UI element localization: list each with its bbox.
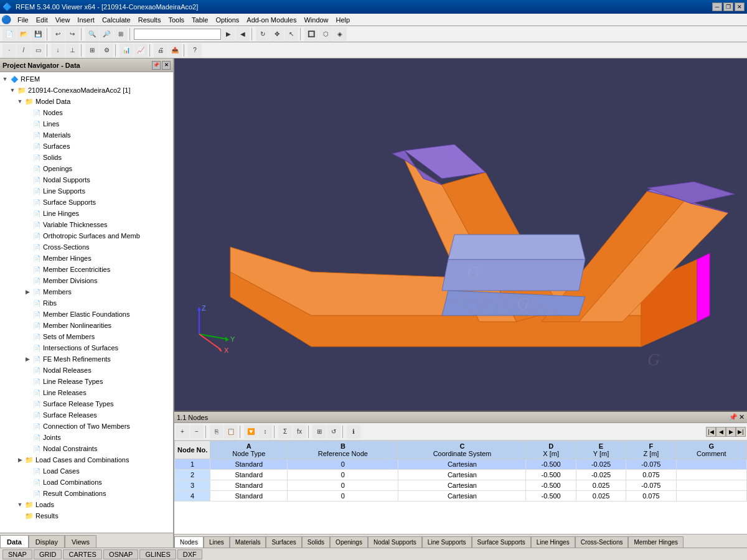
tree-expand-34[interactable] xyxy=(24,490,31,497)
expand-model-data[interactable]: ▼ xyxy=(16,98,24,105)
support-btn[interactable]: ⊥ xyxy=(65,44,79,57)
open-button[interactable]: 📂 xyxy=(17,27,31,41)
tree-expand-3[interactable] xyxy=(24,142,31,150)
cell-2-0[interactable]: 3 xyxy=(175,480,210,491)
cell-0-5[interactable]: -0.025 xyxy=(576,459,626,470)
tree-expand-5[interactable] xyxy=(24,165,31,172)
tree-expand-9[interactable] xyxy=(24,210,31,217)
nav-tab-display[interactable]: Display xyxy=(29,535,65,548)
cell-1-4[interactable]: -0.500 xyxy=(526,470,576,480)
load-btn[interactable]: ↓ xyxy=(51,44,65,57)
zoom-out-button[interactable]: 🔎 xyxy=(100,27,113,41)
3d-view[interactable]: G G G Z Y X xyxy=(174,58,747,411)
restore-button[interactable]: ❐ xyxy=(723,2,733,11)
help-btn[interactable]: ? xyxy=(188,44,202,57)
tree-expand-33[interactable] xyxy=(24,478,31,486)
tree-expand-19[interactable] xyxy=(24,322,31,329)
menu-item-options[interactable]: Options xyxy=(212,15,243,25)
select-button[interactable]: ↖ xyxy=(284,27,298,41)
export-btn[interactable]: 📤 xyxy=(168,44,182,57)
cell-0-4[interactable]: -0.500 xyxy=(526,459,576,470)
menu-item-table[interactable]: Table xyxy=(188,15,212,25)
pan-button[interactable]: ✥ xyxy=(270,27,284,41)
tree-item-29[interactable]: 📄Joints xyxy=(0,432,173,443)
tree-expand-10[interactable] xyxy=(24,221,31,228)
tree-item-28[interactable]: 📄Connection of Two Members xyxy=(0,421,173,432)
cell-2-5[interactable]: 0.025 xyxy=(576,480,626,491)
tree-item-32[interactable]: 📄Load Cases xyxy=(0,465,173,477)
menu-item-window[interactable]: Window xyxy=(300,15,332,25)
expand-rfem[interactable]: ▼ xyxy=(1,75,9,83)
save-button[interactable]: 💾 xyxy=(31,27,45,41)
tree-expand-27[interactable] xyxy=(24,411,31,419)
cell-0-3[interactable]: Cartesian xyxy=(398,459,526,470)
tree-item-8[interactable]: 📄Surface Supports xyxy=(0,197,173,208)
status-item-snap[interactable]: SNAP xyxy=(2,549,32,559)
mesh-btn[interactable]: ⊞ xyxy=(85,44,99,57)
tree-item-14[interactable]: 📄Member Eccentricities xyxy=(0,264,173,275)
cell-3-7[interactable] xyxy=(676,491,746,502)
cell-2-6[interactable]: -0.075 xyxy=(626,480,676,491)
tree-item-21[interactable]: 📄Intersections of Surfaces xyxy=(0,342,173,353)
cell-1-0[interactable]: 2 xyxy=(175,470,210,480)
menu-item-view[interactable]: View xyxy=(52,15,74,25)
tree-expand-30[interactable] xyxy=(24,445,31,452)
cell-2-2[interactable]: 0 xyxy=(288,480,398,491)
tbl-tab-nodal-supports[interactable]: Nodal Supports xyxy=(368,536,422,548)
tree-item-30[interactable]: 📄Nodal Constraints xyxy=(0,443,173,454)
menu-item-tools[interactable]: Tools xyxy=(164,15,188,25)
cell-2-7[interactable] xyxy=(676,480,746,491)
cell-3-5[interactable]: 0.025 xyxy=(576,491,626,502)
surface-btn[interactable]: ▭ xyxy=(31,44,45,57)
tree-expand-11[interactable] xyxy=(24,232,31,240)
tree-expand-32[interactable] xyxy=(24,467,31,475)
cell-0-0[interactable]: 1 xyxy=(175,459,210,470)
tree-item-2[interactable]: 📄Materials xyxy=(0,129,173,141)
table-refresh-button[interactable]: ↺ xyxy=(327,425,341,439)
tree-expand-29[interactable] xyxy=(24,434,31,441)
status-item-osnap[interactable]: OSNAP xyxy=(103,549,139,559)
calc-btn[interactable]: ⚙ xyxy=(100,44,113,57)
render-button[interactable]: ◈ xyxy=(333,27,347,41)
tree-item-25[interactable]: 📄Line Releases xyxy=(0,387,173,398)
tree-item-16[interactable]: ▶📄Members xyxy=(0,286,173,297)
tree-item-model-data[interactable]: ▼ 📁 Model Data xyxy=(0,96,173,107)
tree-item-9[interactable]: 📄Line Hinges xyxy=(0,208,173,219)
tree-expand-16[interactable]: ▶ xyxy=(24,288,31,296)
table-prev-btn[interactable]: ◀ xyxy=(716,427,726,437)
new-button[interactable]: 📄 xyxy=(2,27,16,41)
tree-item-rfem[interactable]: ▼ 🔷 RFEM xyxy=(0,73,173,85)
tbl-tab-lines[interactable]: Lines xyxy=(204,536,230,548)
table-pin-button[interactable]: 📌 xyxy=(729,413,738,421)
tree-item-7[interactable]: 📄Line Supports xyxy=(0,185,173,197)
close-button[interactable]: ✕ xyxy=(735,2,745,11)
menu-item-calculate[interactable]: Calculate xyxy=(98,15,134,25)
cell-2-3[interactable]: Cartesian xyxy=(398,480,526,491)
menu-item-add-on-modules[interactable]: Add-on Modules xyxy=(243,15,300,25)
tree-item-22[interactable]: ▶📄FE Mesh Refinements xyxy=(0,353,173,365)
nav-tab-views[interactable]: Views xyxy=(65,535,96,548)
menu-item-results[interactable]: Results xyxy=(134,15,165,25)
tree-item-19[interactable]: 📄Member Nonlinearities xyxy=(0,320,173,331)
menu-item-edit[interactable]: Edit xyxy=(32,15,52,25)
tree-expand-12[interactable] xyxy=(24,243,31,251)
tbl-tab-materials[interactable]: Materials xyxy=(230,536,266,548)
tree-item-35[interactable]: ▼📁Loads xyxy=(0,499,173,510)
table-row-0[interactable]: 1Standard0Cartesian-0.500-0.025-0.075 xyxy=(175,459,747,470)
cell-1-1[interactable]: Standard xyxy=(210,470,288,480)
tree-item-project[interactable]: ▼ 📁 210914-ConexaoMadeiraAco2 [1] xyxy=(0,85,173,96)
cell-1-3[interactable]: Cartesian xyxy=(398,470,526,480)
tree-expand-23[interactable] xyxy=(24,366,31,374)
tree-expand-14[interactable] xyxy=(24,266,31,273)
tree-expand-36[interactable] xyxy=(16,512,24,520)
cell-1-7[interactable] xyxy=(676,470,746,480)
fit-button[interactable]: ⊞ xyxy=(114,27,128,41)
cell-3-4[interactable]: -0.500 xyxy=(526,491,576,502)
search-button[interactable]: ▶ xyxy=(222,27,235,41)
tree-item-10[interactable]: 📄Variable Thicknesses xyxy=(0,219,173,230)
tree-item-33[interactable]: 📄Load Combinations xyxy=(0,477,173,488)
tree-expand-22[interactable]: ▶ xyxy=(24,355,31,363)
tree-item-6[interactable]: 📄Nodal Supports xyxy=(0,174,173,185)
table-row-1[interactable]: 2Standard0Cartesian-0.500-0.0250.075 xyxy=(175,470,747,480)
tree-expand-21[interactable] xyxy=(24,344,31,352)
